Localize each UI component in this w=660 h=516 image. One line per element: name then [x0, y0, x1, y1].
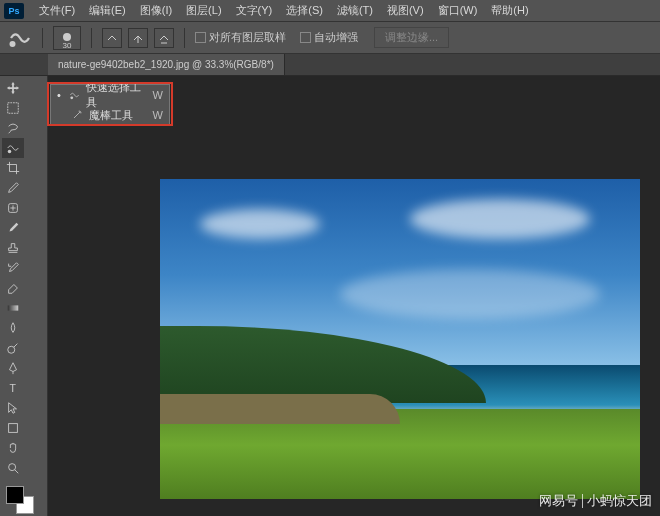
document-canvas[interactable] — [160, 179, 640, 499]
watermark-source: 网易号 — [539, 492, 578, 510]
dodge-tool[interactable] — [2, 338, 24, 358]
color-swatches[interactable] — [2, 484, 45, 516]
separator — [184, 28, 185, 48]
flyout-magic-wand[interactable]: 魔棒工具 W — [51, 105, 169, 125]
auto-enhance-checkbox[interactable]: 自动增强 — [300, 30, 358, 45]
svg-point-6 — [8, 346, 15, 353]
quick-select-tool[interactable] — [2, 138, 24, 158]
history-brush-tool[interactable] — [2, 258, 24, 278]
image-content — [410, 199, 590, 239]
svg-point-1 — [63, 33, 71, 41]
svg-text:T: T — [10, 382, 17, 394]
checkbox-icon — [195, 32, 206, 43]
foreground-color-swatch[interactable] — [6, 486, 24, 504]
menu-filter[interactable]: 滤镜(T) — [330, 3, 380, 18]
quick-select-icon — [69, 89, 80, 101]
menu-file[interactable]: 文件(F) — [32, 3, 82, 18]
menu-select[interactable]: 选择(S) — [279, 3, 330, 18]
svg-rect-2 — [8, 103, 19, 114]
svg-point-3 — [8, 150, 12, 154]
move-tool[interactable] — [2, 78, 24, 98]
svg-point-10 — [70, 96, 73, 99]
eraser-tool[interactable] — [2, 278, 24, 298]
flyout-shortcut: W — [153, 89, 163, 101]
svg-rect-5 — [8, 305, 19, 310]
app-logo: Ps — [4, 3, 24, 19]
lasso-tool[interactable] — [2, 118, 24, 138]
current-tool-icon[interactable] — [8, 26, 32, 50]
image-content — [340, 269, 600, 319]
image-content — [200, 209, 320, 239]
flyout-label: 魔棒工具 — [89, 108, 133, 123]
toolbar: T — [0, 76, 48, 516]
flyout-quick-select[interactable]: 快速选择工具 W — [51, 85, 169, 105]
crop-tool[interactable] — [2, 158, 24, 178]
menubar: Ps 文件(F) 编辑(E) 图像(I) 图层(L) 文字(Y) 选择(S) 滤… — [0, 0, 660, 22]
sample-all-label: 对所有图层取样 — [209, 30, 286, 45]
tool-flyout-menu: 快速选择工具 W 魔棒工具 W — [50, 84, 170, 126]
separator — [42, 28, 43, 48]
zoom-tool[interactable] — [2, 458, 24, 478]
svg-rect-8 — [9, 424, 18, 433]
image-content — [160, 409, 640, 499]
document-tab[interactable]: nature-ge9402beb2_1920.jpg @ 33.3%(RGB/8… — [48, 54, 285, 75]
eyedropper-tool[interactable] — [2, 178, 24, 198]
type-tool[interactable]: T — [2, 378, 24, 398]
svg-point-0 — [10, 41, 16, 47]
flyout-label: 快速选择工具 — [86, 80, 147, 110]
subtract-selection-button[interactable] — [154, 28, 174, 48]
shape-tool[interactable] — [2, 418, 24, 438]
healing-brush-tool[interactable] — [2, 198, 24, 218]
menu-view[interactable]: 视图(V) — [380, 3, 431, 18]
auto-enhance-label: 自动增强 — [314, 30, 358, 45]
flyout-shortcut: W — [153, 109, 163, 121]
new-selection-button[interactable] — [102, 28, 122, 48]
marquee-tool[interactable] — [2, 98, 24, 118]
brush-preset[interactable] — [53, 26, 81, 50]
menu-image[interactable]: 图像(I) — [133, 3, 179, 18]
options-bar: 对所有图层取样 自动增强 调整边缘... — [0, 22, 660, 54]
brush-tool[interactable] — [2, 218, 24, 238]
add-selection-button[interactable] — [128, 28, 148, 48]
watermark: 网易号 小蚂惊天团 — [539, 492, 652, 510]
hand-tool[interactable] — [2, 438, 24, 458]
gradient-tool[interactable] — [2, 298, 24, 318]
menu-edit[interactable]: 编辑(E) — [82, 3, 133, 18]
stamp-tool[interactable] — [2, 238, 24, 258]
svg-point-9 — [9, 464, 16, 471]
blur-tool[interactable] — [2, 318, 24, 338]
menu-type[interactable]: 文字(Y) — [229, 3, 280, 18]
watermark-author: 小蚂惊天团 — [587, 492, 652, 510]
canvas-area[interactable] — [48, 76, 660, 516]
menu-window[interactable]: 窗口(W) — [431, 3, 485, 18]
sample-all-layers-checkbox[interactable]: 对所有图层取样 — [195, 30, 286, 45]
menu-help[interactable]: 帮助(H) — [484, 3, 535, 18]
pen-tool[interactable] — [2, 358, 24, 378]
checkbox-icon — [300, 32, 311, 43]
menu-layer[interactable]: 图层(L) — [179, 3, 228, 18]
main-area: T — [0, 76, 660, 516]
separator — [91, 28, 92, 48]
document-tab-bar: nature-ge9402beb2_1920.jpg @ 33.3%(RGB/8… — [0, 54, 660, 76]
magic-wand-icon — [71, 109, 83, 121]
adjust-edge-button[interactable]: 调整边缘... — [374, 27, 449, 48]
watermark-separator — [582, 494, 583, 508]
path-select-tool[interactable] — [2, 398, 24, 418]
